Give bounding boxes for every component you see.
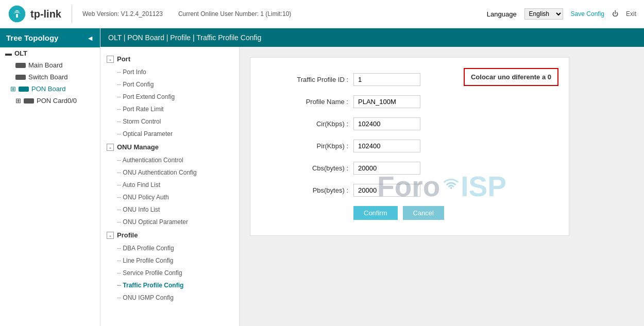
logo-text: tp-link <box>30 8 61 20</box>
header: tp-link Web Version: V1.2.4_201123 Curre… <box>0 0 644 28</box>
switch-board-label: Switch Board <box>28 73 68 81</box>
nav-traffic-profile-config[interactable]: Traffic Profile Config <box>100 279 239 291</box>
nav-onu-info-list[interactable]: ONU Info List <box>100 203 239 216</box>
nav-service-profile-config[interactable]: Service Profile Config <box>100 267 239 279</box>
nav-optical-parameter[interactable]: Optical Parameter <box>100 128 239 140</box>
form-container: Colocar uno diferente a 0 Traffic Profil… <box>250 57 569 236</box>
nav-auto-find-list[interactable]: Auto Find List <box>100 179 239 191</box>
web-version-label: Web Version: V1.2.4_201123 <box>82 10 163 18</box>
left-nav: - Port Port Info Port Config Port Extend… <box>100 47 240 326</box>
profile-name-label: Profile Name : <box>271 98 353 106</box>
onu-manage-collapse-icon[interactable]: - <box>107 144 114 151</box>
sidebar-item-switch-board[interactable]: Switch Board <box>0 71 100 83</box>
main-panel: Foro ISP Colocar uno diferente a <box>240 47 644 326</box>
cancel-button[interactable]: Cancel <box>403 206 444 220</box>
breadcrumb: OLT | PON Board | Profile | Traffic Prof… <box>108 33 261 42</box>
nav-onu-igmp-config[interactable]: ONU IGMP Config <box>100 291 239 304</box>
profile-name-input[interactable] <box>353 95 420 108</box>
nav-section-port[interactable]: - Port <box>100 52 239 66</box>
traffic-profile-id-label: Traffic Profile ID : <box>271 76 353 83</box>
form-row-pir: Pir(Kbps) : <box>271 140 548 152</box>
sidebar-item-main-board[interactable]: Main Board <box>0 59 100 71</box>
traffic-profile-id-input[interactable] <box>353 73 420 86</box>
olt-label: OLT <box>14 49 27 57</box>
tooltip-box: Colocar uno diferente a 0 <box>464 68 558 86</box>
confirm-button[interactable]: Confirm <box>353 206 398 220</box>
sidebar: Tree Topology ◄ ▬ OLT Main Board Switch … <box>0 28 100 326</box>
form-row-pbs: Pbs(bytes) : <box>271 184 548 197</box>
nav-onu-authentication-config[interactable]: ONU Authentication Config <box>100 166 239 179</box>
power-icon: ⏻ <box>612 10 618 18</box>
sidebar-item-pon-board[interactable]: ⊞ PON Board <box>0 83 100 95</box>
breadcrumb-bar: OLT | PON Board | Profile | Traffic Prof… <box>100 28 644 47</box>
cbs-label: Cbs(bytes) : <box>271 164 353 172</box>
sidebar-item-pon-card[interactable]: ⊞ PON Card0/0 <box>0 95 100 107</box>
form-row-profile-name: Profile Name : <box>271 95 548 108</box>
main-board-icon <box>15 63 26 68</box>
nav-onu-policy-auth[interactable]: ONU Policy Auth <box>100 191 239 203</box>
main-layout: Tree Topology ◄ ▬ OLT Main Board Switch … <box>0 28 644 326</box>
main-board-label: Main Board <box>28 61 62 69</box>
port-label: Port <box>117 55 130 63</box>
expand-icon-2: ⊞ <box>15 97 21 105</box>
online-user-label: Current Online User Number: 1 (Limit:10) <box>178 10 291 18</box>
pbs-bytes-input[interactable] <box>353 184 420 197</box>
cir-kbps-input[interactable] <box>353 117 420 130</box>
nav-storm-control[interactable]: Storm Control <box>100 115 239 128</box>
onu-manage-label: ONU Manage <box>117 143 159 151</box>
olt-icon: ▬ <box>5 49 12 57</box>
pon-board-label: PON Board <box>31 85 65 93</box>
logo-area: tp-link <box>8 5 72 23</box>
form-row-cbs: Cbs(bytes) : <box>271 162 548 175</box>
nav-section-onu-manage[interactable]: - ONU Manage <box>100 140 239 154</box>
nav-section-profile[interactable]: - Profile <box>100 228 239 242</box>
nav-dba-profile-config[interactable]: DBA Profile Config <box>100 242 239 254</box>
nav-port-rate-limit[interactable]: Port Rate Limit <box>100 103 239 115</box>
nav-port-extend-config[interactable]: Port Extend Config <box>100 91 239 103</box>
profile-label: Profile <box>117 231 138 239</box>
header-info: Web Version: V1.2.4_201123 Current Onlin… <box>82 10 487 18</box>
form-row-cir: Cir(Kbps) : <box>271 117 548 130</box>
header-right: Language English Chinese Save Config ⏻ E… <box>487 8 636 20</box>
button-row: Confirm Cancel <box>271 206 548 220</box>
pon-card-icon <box>24 98 34 104</box>
svg-rect-1 <box>16 14 18 18</box>
switch-board-icon <box>15 75 26 80</box>
pir-kbps-input[interactable] <box>353 140 420 152</box>
content-split: - Port Port Info Port Config Port Extend… <box>100 47 644 326</box>
pbs-label: Pbs(bytes) : <box>271 186 353 194</box>
pir-label: Pir(Kbps) : <box>271 142 353 150</box>
language-label: Language <box>487 10 517 18</box>
tp-link-logo-icon <box>8 5 26 23</box>
pon-board-icon <box>19 87 29 92</box>
sidebar-toggle[interactable]: ◄ <box>87 34 94 42</box>
exit-button[interactable]: Exit <box>626 10 636 18</box>
nav-authentication-control[interactable]: Authentication Control <box>100 154 239 166</box>
profile-collapse-icon[interactable]: - <box>107 232 114 239</box>
nav-port-config[interactable]: Port Config <box>100 78 239 91</box>
save-config-link[interactable]: Save Config <box>571 10 604 18</box>
cir-label: Cir(Kbps) : <box>271 120 353 128</box>
cbs-bytes-input[interactable] <box>353 162 420 175</box>
content-area: OLT | PON Board | Profile | Traffic Prof… <box>100 28 644 326</box>
sidebar-item-olt[interactable]: ▬ OLT <box>0 47 100 59</box>
nav-port-info[interactable]: Port Info <box>100 66 239 78</box>
sidebar-header: Tree Topology ◄ <box>0 28 100 47</box>
pon-card-label: PON Card0/0 <box>37 97 77 105</box>
sidebar-title: Tree Topology <box>6 33 58 42</box>
nav-onu-optical-parameter[interactable]: ONU Optical Parameter <box>100 216 239 228</box>
language-select[interactable]: English Chinese <box>524 8 563 20</box>
expand-icon: ⊞ <box>10 85 16 93</box>
port-collapse-icon[interactable]: - <box>107 56 114 63</box>
nav-line-profile-config[interactable]: Line Profile Config <box>100 254 239 267</box>
